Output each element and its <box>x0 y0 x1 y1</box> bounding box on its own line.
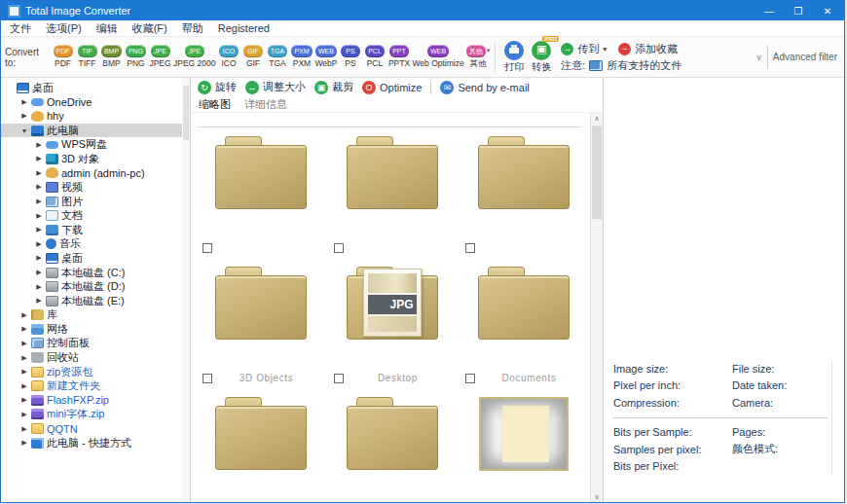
expander-icon[interactable]: ▶ <box>34 198 44 205</box>
tree-item[interactable]: ▶本地磁盘 (E:) <box>1 294 190 308</box>
tree-item[interactable]: ▶控制面板 <box>1 337 190 351</box>
item-checkbox[interactable] <box>465 243 475 253</box>
expander-icon[interactable]: ▶ <box>34 141 44 149</box>
expander-icon[interactable]: ▶ <box>19 396 29 404</box>
tree-item[interactable]: ▶WPS网盘 <box>1 137 190 152</box>
grid-item[interactable]: Downloads <box>195 388 326 503</box>
tree-item[interactable]: ▶3D 对象 <box>1 152 190 166</box>
expander-icon[interactable]: ▶ <box>19 382 29 390</box>
tree-item[interactable]: ▶此电脑 - 快捷方式 <box>1 436 190 450</box>
expander-icon[interactable]: ▼ <box>19 127 29 134</box>
tree-item[interactable]: ▶回收站 <box>1 350 190 365</box>
expander-icon[interactable]: ▶ <box>19 439 29 447</box>
menu-item[interactable]: 帮助 <box>182 21 203 36</box>
maximize-button[interactable]: ❐ <box>784 6 813 17</box>
tree-item[interactable]: ▶音乐 <box>1 237 190 252</box>
item-checkbox[interactable] <box>334 374 344 383</box>
expander-icon[interactable]: ▶ <box>19 354 29 362</box>
tree-item[interactable]: ▶图片 <box>1 195 190 209</box>
expander-icon[interactable]: ▶ <box>34 183 44 191</box>
menu-item[interactable]: 编辑 <box>96 21 118 36</box>
format-button[interactable]: 其他▾其他 <box>466 45 491 70</box>
format-button[interactable]: BMPBMP <box>100 45 123 68</box>
expander-icon[interactable]: ▶ <box>19 112 29 120</box>
expander-icon[interactable]: ▶ <box>19 368 29 376</box>
chevron-down-icon[interactable]: ▾ <box>603 45 607 54</box>
action-button[interactable]: ✉Send by e-mail <box>440 81 529 94</box>
tree-item[interactable]: ▶文档 <box>1 208 190 223</box>
expander-icon[interactable]: ▶ <box>34 155 44 162</box>
add-favorite-button[interactable]: 添加收藏 <box>635 42 678 56</box>
expander-icon[interactable]: ▶ <box>34 269 44 276</box>
action-button[interactable]: OOptimize <box>362 81 422 94</box>
menu-item[interactable]: 收藏(F) <box>132 21 167 36</box>
grid-item[interactable] <box>458 127 589 258</box>
expander-icon[interactable]: ▶ <box>34 212 44 220</box>
item-checkbox[interactable] <box>203 243 212 253</box>
grid-item[interactable]: JPGDesktop <box>326 258 458 388</box>
format-button[interactable]: WEBWeb Optimize <box>412 45 463 68</box>
action-button[interactable]: ↻旋转 <box>198 80 237 94</box>
tree-item[interactable]: ▶新建文件夹 <box>1 378 190 393</box>
format-button[interactable]: TGATGA <box>266 45 288 68</box>
format-button[interactable]: PDFPDF <box>52 45 74 68</box>
format-button[interactable]: ICOICO <box>217 45 239 68</box>
scrollbar-thumb[interactable] <box>592 126 602 219</box>
format-button[interactable]: PXMPXM <box>290 45 313 68</box>
format-button[interactable]: PPTPPTX <box>387 45 410 68</box>
tree-item[interactable]: ▶桌面 <box>1 251 190 266</box>
expander-icon[interactable]: ▶ <box>19 425 29 433</box>
tree-scrollbar-thumb[interactable] <box>183 86 189 140</box>
scroll-up-icon[interactable]: ∧ <box>591 115 603 123</box>
format-button[interactable]: PNGPNG <box>125 45 147 68</box>
advanced-filter-toggle[interactable]: ∨ Advanced filter <box>755 46 840 69</box>
expander-icon[interactable]: ▶ <box>34 254 44 262</box>
format-button[interactable]: PSPS <box>339 45 361 68</box>
tree-item[interactable]: ▶QQTN <box>1 421 190 436</box>
tab-thumbnails[interactable]: 缩略图 <box>199 97 231 112</box>
grid-item[interactable] <box>195 127 326 258</box>
close-button[interactable]: ✕ <box>813 6 842 17</box>
expander-icon[interactable]: ▶ <box>19 411 29 418</box>
format-button[interactable]: WEBWebP <box>314 45 337 68</box>
tree-item[interactable]: ▼此电脑 <box>1 124 190 138</box>
scrollbar[interactable]: ∧ ∨ <box>590 113 603 503</box>
expander-icon[interactable]: ▶ <box>19 311 29 319</box>
grid-item[interactable]: Music <box>326 388 458 503</box>
tree-item[interactable]: ▶admin (admin-pc) <box>1 166 190 181</box>
minimize-button[interactable]: — <box>755 6 784 17</box>
menu-item[interactable]: 文件 <box>10 21 31 36</box>
grid-item[interactable]: Pictures <box>458 388 589 503</box>
format-button[interactable]: JPEJPEG 2000 <box>173 45 215 68</box>
tree-scrollbar[interactable] <box>182 78 190 503</box>
expander-icon[interactable]: ▶ <box>34 297 44 305</box>
item-checkbox[interactable] <box>203 374 212 383</box>
menu-item[interactable]: Registered <box>218 22 270 34</box>
expander-icon[interactable]: ▶ <box>19 340 29 347</box>
item-checkbox[interactable] <box>334 243 344 253</box>
grid-item[interactable] <box>326 127 458 258</box>
format-button[interactable]: PCLPCL <box>363 45 386 68</box>
upload-button[interactable]: 传到 <box>577 42 599 56</box>
print-button[interactable]: 打印 <box>504 41 524 74</box>
tree-item[interactable]: ▶FlashFXP.zip <box>1 393 190 408</box>
tab-details[interactable]: 详细信息 <box>244 97 287 112</box>
item-checkbox[interactable] <box>465 374 475 383</box>
expander-icon[interactable]: ▶ <box>34 169 44 177</box>
action-button[interactable]: ↔调整大小 <box>245 80 306 94</box>
convert-button[interactable]: PRO 转换 <box>532 41 551 74</box>
tree-item[interactable]: ▶库 <box>1 308 190 323</box>
expander-icon[interactable]: ▶ <box>19 98 29 106</box>
expander-icon[interactable]: ▶ <box>34 283 44 291</box>
grid-item[interactable]: Documents <box>458 258 589 388</box>
tree-item[interactable]: ▶zip资源包 <box>1 365 190 379</box>
menu-item[interactable]: 选项(P) <box>46 21 82 36</box>
tree-item[interactable]: ▶视频 <box>1 180 190 195</box>
action-button[interactable]: ▣裁剪 <box>314 80 353 94</box>
tree-item[interactable]: ▶本地磁盘 (C:) <box>1 266 190 280</box>
tree-item[interactable]: 桌面 <box>1 81 190 95</box>
format-button[interactable]: GIFGIF <box>241 45 264 68</box>
format-button[interactable]: JPEJPEG <box>149 45 171 68</box>
scroll-down-icon[interactable]: ∨ <box>591 493 603 501</box>
expander-icon[interactable]: ▶ <box>19 325 29 333</box>
